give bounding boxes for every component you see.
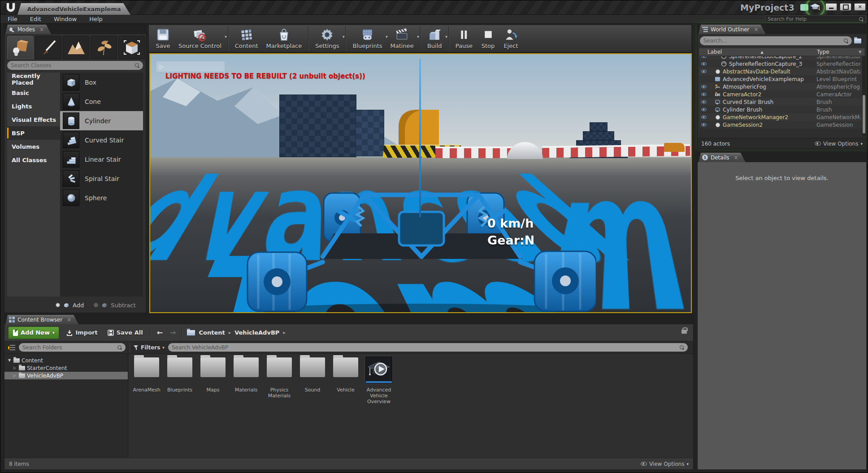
collapsed-arrow-icon[interactable]: ▷ [13, 374, 17, 378]
mode-place[interactable] [7, 36, 34, 59]
column-filter-icon[interactable]: ▼ [859, 50, 862, 54]
breadcrumb-content[interactable]: Content [199, 329, 225, 336]
visibility-eye-icon[interactable] [701, 70, 707, 73]
create-folder-button[interactable] [854, 37, 864, 45]
save-button[interactable]: Save [152, 26, 174, 52]
bsp-item-cone[interactable]: Cone [60, 92, 143, 111]
sort-ascending-icon[interactable]: ▲ [760, 50, 763, 54]
tree-item-startercontent[interactable]: ▷ StarterContent [4, 364, 128, 372]
search-classes-input[interactable] [11, 62, 135, 69]
close-icon[interactable]: × [39, 26, 48, 33]
scrollbar-thumb[interactable] [863, 95, 865, 133]
visibility-eye-icon[interactable] [701, 123, 707, 127]
tree-item-vehicleadvbp[interactable]: ▷ VehicleAdvBP [4, 372, 128, 379]
outliner-row[interactable]: AbstractNavData-Default AbstractNavData [699, 68, 865, 75]
column-type[interactable]: Type [817, 49, 829, 55]
restore-button[interactable] [840, 3, 851, 11]
outliner-row[interactable]: GameSession2 GameSession [699, 121, 865, 129]
chevron-down-icon[interactable]: ▾ [445, 34, 447, 39]
asset-tile-advanced-vehicle-overview[interactable]: Advanced Vehicle Overview [362, 357, 395, 404]
tab-world-outliner[interactable]: World Outliner × [699, 25, 766, 34]
menu-help[interactable]: Help [89, 16, 103, 22]
bsp-item-sphere[interactable]: Sphere [60, 188, 143, 207]
outliner-row[interactable]: SphereReflectionCapture_2 SphereReflecti… [699, 56, 865, 60]
bsp-item-linear-stair[interactable]: Linear Stair [60, 150, 143, 169]
outliner-row[interactable]: SphereReflectionCapture_3 SphereReflecti… [699, 60, 865, 68]
mode-landscape[interactable] [63, 36, 89, 59]
minimize-button[interactable] [825, 3, 837, 11]
outliner-row[interactable]: AtmosphericFog AtmosphericFog [699, 83, 865, 90]
stop-button[interactable]: Stop [477, 26, 499, 52]
bsp-item-spiral-stair[interactable]: Spiral Stair [60, 169, 143, 188]
outliner-view-options[interactable]: View Options ▾ [815, 141, 863, 147]
import-button[interactable]: Import [64, 329, 100, 336]
outliner-row[interactable]: CameraActor2 CameraActor [699, 90, 865, 98]
category-bsp[interactable]: BSP [7, 126, 60, 140]
menu-edit[interactable]: Edit [30, 16, 41, 22]
eject-button[interactable]: Eject [499, 26, 522, 52]
breadcrumb-vehicleadvbp[interactable]: VehicleAdvBP [234, 329, 279, 336]
brush-add-option[interactable]: Add [56, 302, 84, 309]
mode-foliage[interactable] [91, 36, 117, 59]
tree-item-content[interactable]: ▼ Content [4, 357, 128, 364]
visibility-eye-icon[interactable] [701, 62, 707, 66]
sources-panel-toggle-icon[interactable] [8, 345, 15, 350]
search-folders-box[interactable] [19, 343, 126, 352]
bsp-item-cylinder[interactable]: Cylinder [60, 111, 143, 130]
back-button[interactable]: ← [156, 328, 164, 337]
category-visual-effects[interactable]: Visual Effects [7, 113, 60, 126]
expanded-arrow-icon[interactable]: ▼ [7, 358, 12, 362]
pause-button[interactable]: Pause [451, 26, 477, 52]
outliner-search-box[interactable] [700, 36, 852, 45]
outliner-scrollbar[interactable] [862, 56, 866, 136]
brush-subtract-option[interactable]: Subtract [94, 302, 135, 309]
menu-window[interactable]: Window [54, 16, 77, 22]
category-all-classes[interactable]: All Classes [7, 153, 60, 167]
category-volumes[interactable]: Volumes [7, 140, 60, 153]
bsp-item-box[interactable]: Box [60, 73, 143, 92]
mode-geometry[interactable] [118, 36, 145, 59]
visibility-eye-icon[interactable] [701, 93, 707, 96]
help-search-box[interactable] [765, 15, 866, 23]
close-icon[interactable]: × [754, 26, 762, 33]
outliner-row[interactable]: GameNetworkManager2 GameNetworkMar [699, 113, 865, 121]
category-recently-placed[interactable]: Recently Placed [7, 73, 60, 86]
visibility-eye-icon[interactable] [701, 100, 707, 104]
tab-content-browser[interactable]: Content Browser × [5, 315, 78, 324]
close-button[interactable]: ✕ [854, 3, 866, 11]
content-view-options[interactable]: View Options ▾ [641, 461, 689, 467]
tutorials-graduation-cap-icon[interactable] [810, 4, 820, 11]
level-viewport[interactable]: Advanced o Tem m [149, 53, 692, 313]
menu-file[interactable]: File [8, 16, 17, 22]
visibility-eye-icon[interactable] [701, 116, 707, 119]
save-all-button[interactable]: Save All [105, 329, 146, 336]
source-control-button[interactable]: Source Control ▾ [174, 26, 226, 52]
chevron-down-icon[interactable]: ▾ [343, 34, 345, 39]
content-button[interactable]: Content [231, 26, 262, 52]
marketplace-button[interactable]: Marketplace [262, 26, 306, 52]
search-assets-box[interactable] [168, 343, 688, 352]
build-button[interactable]: Build ▾ [423, 26, 446, 52]
bsp-item-curved-stair[interactable]: Curved Stair [60, 130, 143, 150]
search-assets-input[interactable] [172, 344, 680, 351]
forward-button[interactable]: → [169, 328, 177, 337]
search-classes-box[interactable] [7, 61, 143, 70]
settings-button[interactable]: Settings ▾ [311, 26, 343, 52]
visibility-eye-icon[interactable] [701, 85, 707, 89]
outliner-search-input[interactable] [703, 38, 844, 44]
collapsed-arrow-icon[interactable]: ▷ [13, 366, 17, 370]
outliner-row[interactable]: Cylinder Brush Brush [699, 106, 865, 113]
outliner-row[interactable]: Curved Stair Brush Brush [699, 98, 865, 106]
folder-tile-sound[interactable]: Sound [296, 357, 329, 393]
tab-modes[interactable]: Modes × [5, 25, 51, 34]
outliner-row[interactable]: AdvancedVehicleExamplemap Level Blueprin… [699, 75, 865, 83]
folder-tile-blueprints[interactable]: Blueprints [163, 357, 196, 393]
category-lights[interactable]: Lights [7, 99, 60, 113]
column-label[interactable]: Label [699, 49, 722, 55]
visibility-eye-icon[interactable] [701, 108, 707, 112]
folder-tile-physics-materials[interactable]: Physics Materials [263, 357, 296, 399]
lock-icon[interactable] [681, 330, 687, 334]
chevron-down-icon[interactable]: ▾ [417, 34, 419, 39]
add-new-button[interactable]: Add New ▾ [8, 327, 59, 339]
help-search-input[interactable] [768, 16, 859, 22]
